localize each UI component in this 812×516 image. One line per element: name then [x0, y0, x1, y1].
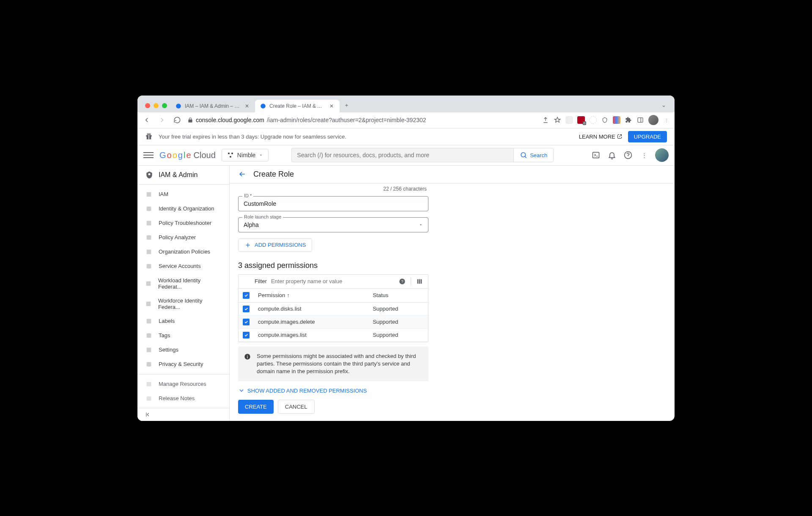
browser-tab[interactable]: IAM – IAM & Admin – Nimble – ✕	[170, 100, 255, 112]
svg-rect-23	[146, 281, 151, 286]
svg-rect-24	[146, 301, 151, 306]
id-input[interactable]	[238, 196, 428, 211]
permission-cell: compute.disks.list	[254, 302, 368, 315]
sidebar-item-icon	[145, 381, 153, 388]
trial-banner: Your free trial expires in less than 3 d…	[137, 128, 675, 145]
maximize-window-button[interactable]	[162, 103, 167, 108]
svg-rect-25	[147, 319, 151, 323]
row-checkbox[interactable]	[243, 332, 250, 339]
close-tab-icon[interactable]: ✕	[244, 103, 250, 109]
star-icon[interactable]	[554, 116, 561, 124]
id-field: ID *	[238, 196, 428, 211]
minimize-window-button[interactable]	[154, 103, 159, 108]
account-avatar[interactable]	[655, 148, 669, 162]
google-cloud-logo[interactable]: Google Cloud	[159, 150, 216, 160]
manage-resources-item[interactable]: Manage Resources	[137, 377, 229, 391]
release-notes-item[interactable]: Release Notes	[137, 391, 229, 406]
svg-rect-28	[147, 362, 151, 366]
close-tab-icon[interactable]: ✕	[329, 103, 335, 109]
sidebar-item[interactable]: Tags	[137, 328, 229, 343]
role-stage-field: Role launch stage Alpha	[238, 217, 428, 232]
sidebar-item[interactable]: Settings	[137, 343, 229, 357]
menu-button[interactable]	[143, 152, 154, 158]
help-icon[interactable]	[623, 150, 633, 160]
reload-button[interactable]	[172, 115, 182, 125]
side-panel-icon[interactable]	[636, 116, 644, 124]
more-menu-icon[interactable]: ⋮	[639, 150, 649, 160]
sidebar-item[interactable]: Labels	[137, 314, 229, 328]
sidebar-item-label: Labels	[159, 318, 175, 324]
sidebar-item-label: Release Notes	[159, 395, 195, 401]
notifications-icon[interactable]	[607, 150, 617, 160]
forward-button[interactable]	[157, 115, 167, 125]
sidebar-item-icon	[145, 332, 153, 339]
sidebar-item[interactable]: Workload Identity Federat...	[137, 273, 229, 294]
svg-rect-22	[147, 264, 151, 268]
cancel-button[interactable]: CANCEL	[278, 400, 315, 414]
kebab-menu-icon[interactable]: ⋮	[663, 116, 670, 124]
cloud-shell-icon[interactable]	[591, 150, 601, 160]
gcp-favicon	[176, 103, 181, 109]
extension-icon[interactable]	[565, 116, 573, 124]
filter-help-icon[interactable]: ?	[398, 278, 406, 285]
svg-rect-38	[421, 279, 422, 284]
columns-icon[interactable]	[415, 278, 424, 285]
svg-point-16	[148, 173, 151, 175]
url-display[interactable]: console.cloud.google.com/iam-admin/roles…	[187, 117, 537, 123]
show-added-removed-button[interactable]: SHOW ADDED AND REMOVED PERMISSIONS	[238, 387, 428, 394]
sidebar-item[interactable]: Privacy & Security	[137, 357, 229, 371]
back-arrow-button[interactable]	[238, 170, 247, 178]
new-tab-button[interactable]: ＋	[340, 101, 354, 112]
cloud-header: Google Cloud Nimble Search ⋮	[137, 145, 675, 166]
sidebar-item[interactable]: Workforce Identity Federa...	[137, 294, 229, 314]
permission-cell: compute.images.list	[254, 328, 368, 341]
sidebar-item[interactable]: IAM	[137, 187, 229, 202]
learn-more-link[interactable]: LEARN MORE	[579, 134, 622, 140]
permissions-table: Permission↑ Status compute.disks.list Su…	[239, 289, 428, 342]
sidebar-item[interactable]: Organization Policies	[137, 245, 229, 259]
sidebar-item-label: Identity & Organization	[159, 205, 214, 212]
sidebar-item[interactable]: Service Accounts	[137, 259, 229, 273]
extension-icons: 0 ⋮	[542, 115, 670, 125]
back-button[interactable]	[142, 115, 152, 125]
extension-icon[interactable]	[613, 116, 620, 124]
extension-icon[interactable]	[589, 116, 597, 124]
filter-row: Filter ?	[239, 275, 428, 289]
upgrade-button[interactable]: UPGRADE	[628, 131, 667, 142]
browser-tab-active[interactable]: Create Role – IAM & Admin – N ✕	[255, 100, 340, 112]
add-permissions-button[interactable]: ADD PERMISSIONS	[238, 238, 312, 252]
sidebar-item-label: Manage Resources	[159, 381, 206, 387]
url-host: console.cloud.google.com	[196, 117, 264, 123]
column-permission[interactable]: Permission↑	[254, 289, 368, 303]
search-button[interactable]: Search	[513, 148, 554, 162]
sidebar-item[interactable]: Identity & Organization	[137, 202, 229, 216]
search-input[interactable]	[291, 148, 513, 162]
close-window-button[interactable]	[145, 103, 150, 108]
extensions-puzzle-icon[interactable]	[625, 116, 632, 124]
profile-avatar[interactable]	[648, 115, 658, 125]
collapse-sidebar-button[interactable]	[137, 408, 229, 421]
svg-point-7	[147, 134, 148, 135]
row-checkbox[interactable]	[243, 306, 250, 312]
select-all-checkbox[interactable]	[243, 292, 250, 299]
share-icon[interactable]	[542, 116, 549, 124]
project-picker[interactable]: Nimble	[222, 149, 269, 161]
sidebar-item-icon	[145, 191, 153, 198]
tab-overflow-icon[interactable]: ⌄	[657, 102, 670, 112]
row-checkbox[interactable]	[243, 319, 250, 325]
ublock-icon[interactable]: 0	[577, 116, 585, 124]
project-name: Nimble	[237, 152, 256, 158]
extension-icon[interactable]	[601, 116, 609, 124]
svg-rect-26	[147, 333, 151, 338]
permissions-table-container: Filter ? Permission↑ Status	[238, 274, 428, 342]
gift-icon	[145, 133, 153, 140]
sidebar-item[interactable]: Policy Analyzer	[137, 230, 229, 245]
filter-input[interactable]	[271, 278, 394, 284]
create-button[interactable]: CREATE	[238, 400, 274, 414]
stage-select[interactable]: Alpha	[238, 217, 428, 232]
svg-rect-19	[147, 221, 151, 225]
svg-rect-6	[148, 135, 149, 139]
sidebar-item[interactable]: Policy Troubleshooter	[137, 216, 229, 230]
column-status[interactable]: Status	[368, 289, 428, 303]
info-box: Some permissions might be associated wit…	[238, 347, 428, 382]
